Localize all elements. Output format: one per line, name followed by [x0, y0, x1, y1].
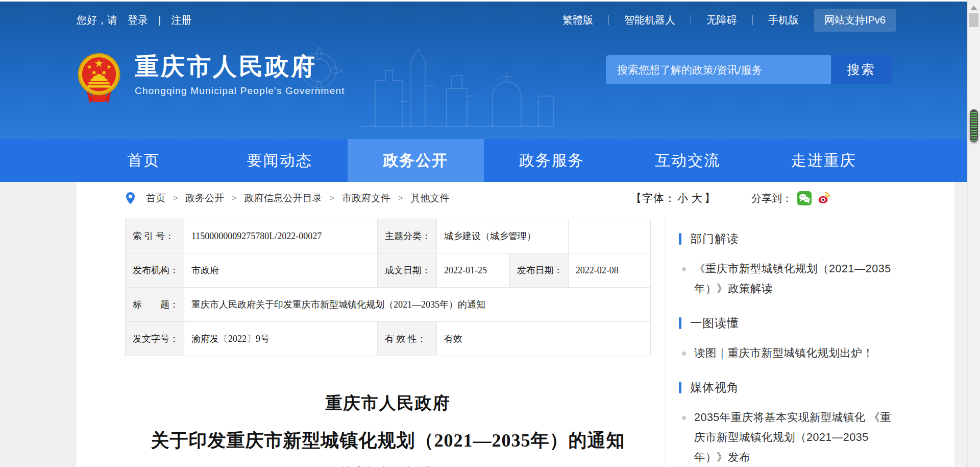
nav-item-gov-services[interactable]: 政务服务 — [484, 139, 620, 182]
content-card: 首页 > 政务公开 > 政府信息公开目录 > 市政府文件 > 其他文件 【字体：… — [77, 182, 954, 467]
meta-agency-label: 发布机构： — [126, 253, 184, 288]
meta-publish-date-label: 发布日期： — [509, 253, 568, 288]
document-meta-table: 索 引 号： 11500000009275780L/2022-00027 主题分… — [125, 219, 651, 356]
sidebar-section-dept-interpretation: 部门解读 — [679, 231, 896, 247]
meta-index-value: 11500000009275780L/2022-00027 — [184, 219, 378, 253]
breadcrumb-home[interactable]: 首页 — [146, 192, 165, 205]
document-title-line2: 关于印发重庆市新型城镇化规划（2021—2035年）的通知 — [125, 428, 651, 453]
sidebar-link-infographic[interactable]: 读图｜重庆市新型城镇化规划出炉！ — [679, 343, 896, 363]
breadcrumb-row: 首页 > 政务公开 > 政府信息公开目录 > 市政府文件 > 其他文件 【字体：… — [77, 182, 954, 215]
site-search: 搜索 — [606, 55, 892, 84]
login-register-divider: | — [158, 14, 161, 26]
breadcrumb-separator: > — [173, 194, 178, 203]
scrollbar-up-arrow-icon[interactable] — [970, 6, 977, 10]
utility-topbar: 您好，请 登录 | 注册 繁體版 智能机器人 无障碍 手机版 网站支持IPv6 — [0, 2, 967, 38]
breadcrumb-city-gov-docs[interactable]: 市政府文件 — [342, 192, 390, 205]
breadcrumb-gov-openness[interactable]: 政务公开 — [185, 192, 224, 205]
meta-topic-value: 城乡建设（城乡管理） — [437, 219, 569, 253]
section-accent-bar — [679, 382, 681, 393]
meta-validity-label: 有 效 性： — [378, 322, 437, 356]
wechat-icon[interactable] — [797, 191, 812, 205]
ipv6-badge[interactable]: 网站支持IPv6 — [814, 9, 896, 32]
nav-item-gov-openness[interactable]: 政务公开 — [348, 139, 484, 182]
font-controls-prefix: 【字体： — [631, 191, 676, 205]
accessibility-link[interactable]: 无障碍 — [706, 13, 737, 27]
meta-index-label: 索 引 号： — [126, 219, 184, 253]
document-number: 渝府发〔2022〕9号 — [125, 464, 651, 467]
sidebar-link-media-article[interactable]: 2035年重庆将基本实现新型城镇化 《重庆市新型城镇化规划（2021—2035年… — [679, 408, 896, 467]
meta-agency-value: 市政府 — [184, 253, 378, 288]
section-accent-bar — [679, 233, 681, 245]
table-row: 发布机构： 市政府 成文日期： 2022-01-25 发布日期： 2022-02… — [126, 253, 651, 288]
section-title-label: 媒体视角 — [690, 380, 739, 395]
main-nav: 首页 要闻动态 政务公开 政务服务 互动交流 走进重庆 — [0, 139, 967, 182]
share-bar: 分享到： — [751, 182, 831, 215]
font-larger-button[interactable]: 大 — [692, 191, 703, 205]
page-header: 您好，请 登录 | 注册 繁體版 智能机器人 无障碍 手机版 网站支持IPv6 — [0, 0, 967, 139]
breadcrumb-info-catalog[interactable]: 政府信息公开目录 — [244, 192, 322, 205]
nav-item-about-chongqing[interactable]: 走进重庆 — [756, 139, 892, 182]
breadcrumb-other-docs[interactable]: 其他文件 — [410, 192, 449, 205]
login-link[interactable]: 登录 — [128, 13, 148, 27]
section-title-label: 一图读懂 — [690, 315, 739, 331]
meta-title-value: 重庆市人民政府关于印发重庆市新型城镇化规划（2021—2035年）的通知 — [184, 288, 651, 322]
breadcrumb-separator: > — [398, 194, 403, 203]
register-link[interactable]: 注册 — [171, 13, 191, 27]
divider — [752, 15, 753, 25]
site-title: 重庆市人民政府 — [135, 54, 345, 78]
table-row: 索 引 号： 11500000009275780L/2022-00027 主题分… — [126, 219, 651, 253]
meta-title-label: 标 题： — [126, 288, 184, 322]
font-size-controls: 【字体： 小 大 】 — [631, 182, 716, 215]
sidebar-link-policy-interpretation[interactable]: 《重庆市新型城镇化规划（2021—2035年）》政策解读 — [679, 259, 896, 299]
breadcrumb-separator: > — [232, 194, 236, 203]
content-columns: 索 引 号： 11500000009275780L/2022-00027 主题分… — [77, 215, 954, 467]
table-row: 标 题： 重庆市人民政府关于印发重庆市新型城镇化规划（2021—2035年）的通… — [126, 288, 651, 322]
scrollbar-thumb[interactable] — [969, 13, 978, 27]
breadcrumb: 首页 > 政务公开 > 政府信息公开目录 > 市政府文件 > 其他文件 — [126, 182, 449, 215]
section-accent-bar — [679, 317, 681, 329]
mobile-version-link[interactable]: 手机版 — [768, 13, 799, 27]
location-pin-icon — [126, 192, 135, 205]
column-divider — [665, 215, 665, 467]
search-input[interactable] — [606, 55, 831, 84]
sidebar-section-media-view: 媒体视角 — [679, 380, 896, 395]
search-button[interactable]: 搜索 — [831, 55, 892, 84]
national-emblem-icon — [77, 51, 121, 106]
meta-topic-label: 主题分类： — [378, 219, 437, 253]
divider — [608, 15, 609, 25]
table-row: 发文字号： 渝府发〔2022〕9号 有 效 性： 有效 — [126, 322, 651, 356]
section-title-label: 部门解读 — [690, 231, 739, 247]
scroll-progress-indicator-icon[interactable] — [970, 109, 978, 142]
site-logo[interactable]: 重庆市人民政府 Chongqing Municipal People's Gov… — [77, 51, 345, 106]
meta-written-date-label: 成文日期： — [378, 253, 437, 288]
weibo-icon[interactable] — [817, 191, 831, 205]
divider — [691, 15, 691, 25]
document-main: 索 引 号： 11500000009275780L/2022-00027 主题分… — [125, 215, 651, 467]
nav-item-home[interactable]: 首页 — [76, 139, 212, 182]
document-title-line1: 重庆市人民政府 — [125, 392, 651, 415]
meta-docno-value: 渝府发〔2022〕9号 — [184, 322, 378, 356]
greeting-text: 您好，请 — [77, 13, 117, 27]
font-smaller-button[interactable]: 小 — [677, 191, 689, 205]
share-label: 分享到： — [751, 192, 792, 205]
nav-item-news[interactable]: 要闻动态 — [212, 139, 348, 182]
sidebar: 部门解读 《重庆市新型城镇化规划（2021—2035年）》政策解读 一图读懂 读… — [679, 215, 896, 467]
meta-publish-date-value: 2022-02-08 — [568, 253, 650, 288]
site-subtitle: Chongqing Municipal People's Government — [135, 85, 345, 97]
sidebar-section-infographic: 一图读懂 — [679, 315, 896, 331]
meta-validity-value: 有效 — [437, 322, 651, 356]
meta-empty-cell — [568, 219, 650, 253]
meta-docno-label: 发文字号： — [126, 322, 184, 356]
traditional-chinese-link[interactable]: 繁體版 — [562, 13, 593, 27]
nav-item-interaction[interactable]: 互动交流 — [620, 139, 756, 182]
font-controls-suffix: 】 — [704, 191, 716, 205]
breadcrumb-separator: > — [330, 194, 334, 203]
vertical-scrollbar[interactable] — [967, 0, 980, 467]
meta-written-date-value: 2022-01-25 — [437, 253, 510, 288]
chatbot-link[interactable]: 智能机器人 — [624, 13, 675, 27]
